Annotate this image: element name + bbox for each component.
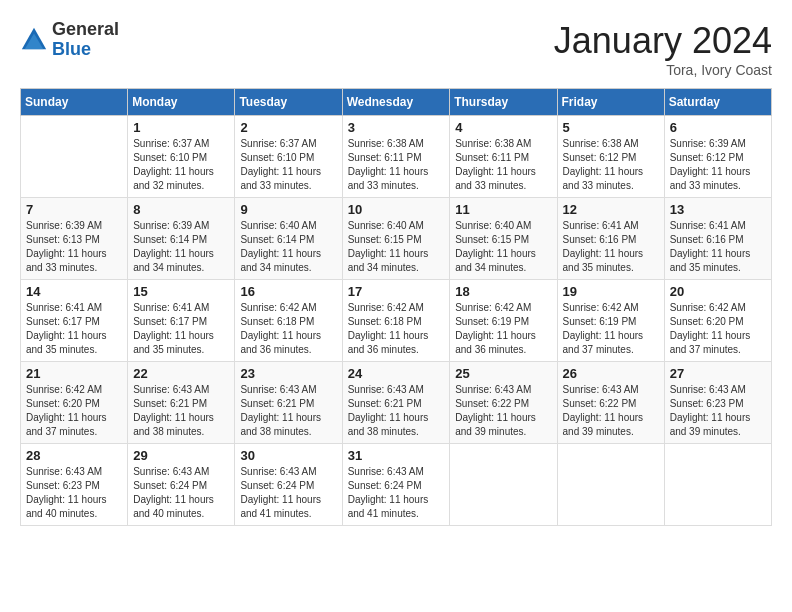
- calendar-week-row: 14Sunrise: 6:41 AMSunset: 6:17 PMDayligh…: [21, 280, 772, 362]
- day-detail: Sunrise: 6:40 AMSunset: 6:15 PMDaylight:…: [455, 219, 551, 275]
- header-sunday: Sunday: [21, 89, 128, 116]
- header-friday: Friday: [557, 89, 664, 116]
- day-detail: Sunrise: 6:38 AMSunset: 6:12 PMDaylight:…: [563, 137, 659, 193]
- day-detail: Sunrise: 6:43 AMSunset: 6:21 PMDaylight:…: [133, 383, 229, 439]
- day-number: 15: [133, 284, 229, 299]
- calendar-day-cell: 4Sunrise: 6:38 AMSunset: 6:11 PMDaylight…: [450, 116, 557, 198]
- day-number: 9: [240, 202, 336, 217]
- day-detail: Sunrise: 6:37 AMSunset: 6:10 PMDaylight:…: [240, 137, 336, 193]
- day-number: 13: [670, 202, 766, 217]
- header-saturday: Saturday: [664, 89, 771, 116]
- day-number: 7: [26, 202, 122, 217]
- day-detail: Sunrise: 6:43 AMSunset: 6:21 PMDaylight:…: [240, 383, 336, 439]
- calendar-day-cell: 18Sunrise: 6:42 AMSunset: 6:19 PMDayligh…: [450, 280, 557, 362]
- day-detail: Sunrise: 6:39 AMSunset: 6:14 PMDaylight:…: [133, 219, 229, 275]
- day-detail: Sunrise: 6:43 AMSunset: 6:22 PMDaylight:…: [563, 383, 659, 439]
- day-number: 24: [348, 366, 445, 381]
- day-detail: Sunrise: 6:40 AMSunset: 6:14 PMDaylight:…: [240, 219, 336, 275]
- day-detail: Sunrise: 6:39 AMSunset: 6:12 PMDaylight:…: [670, 137, 766, 193]
- calendar-day-cell: 30Sunrise: 6:43 AMSunset: 6:24 PMDayligh…: [235, 444, 342, 526]
- day-number: 20: [670, 284, 766, 299]
- day-number: 16: [240, 284, 336, 299]
- logo-text: General Blue: [52, 20, 119, 60]
- day-detail: Sunrise: 6:40 AMSunset: 6:15 PMDaylight:…: [348, 219, 445, 275]
- calendar-day-cell: 31Sunrise: 6:43 AMSunset: 6:24 PMDayligh…: [342, 444, 450, 526]
- calendar-subtitle: Tora, Ivory Coast: [554, 62, 772, 78]
- day-number: 28: [26, 448, 122, 463]
- logo-icon: [20, 26, 48, 54]
- calendar-day-cell: 5Sunrise: 6:38 AMSunset: 6:12 PMDaylight…: [557, 116, 664, 198]
- calendar-day-cell: [450, 444, 557, 526]
- calendar-day-cell: 29Sunrise: 6:43 AMSunset: 6:24 PMDayligh…: [128, 444, 235, 526]
- calendar-day-cell: 28Sunrise: 6:43 AMSunset: 6:23 PMDayligh…: [21, 444, 128, 526]
- calendar-day-cell: 9Sunrise: 6:40 AMSunset: 6:14 PMDaylight…: [235, 198, 342, 280]
- day-number: 30: [240, 448, 336, 463]
- calendar-day-cell: 3Sunrise: 6:38 AMSunset: 6:11 PMDaylight…: [342, 116, 450, 198]
- day-detail: Sunrise: 6:43 AMSunset: 6:22 PMDaylight:…: [455, 383, 551, 439]
- logo-general: General: [52, 20, 119, 40]
- day-detail: Sunrise: 6:42 AMSunset: 6:19 PMDaylight:…: [563, 301, 659, 357]
- day-number: 21: [26, 366, 122, 381]
- calendar-day-cell: 14Sunrise: 6:41 AMSunset: 6:17 PMDayligh…: [21, 280, 128, 362]
- day-number: 19: [563, 284, 659, 299]
- calendar-week-row: 7Sunrise: 6:39 AMSunset: 6:13 PMDaylight…: [21, 198, 772, 280]
- day-number: 31: [348, 448, 445, 463]
- calendar-header-row: Sunday Monday Tuesday Wednesday Thursday…: [21, 89, 772, 116]
- header-thursday: Thursday: [450, 89, 557, 116]
- day-detail: Sunrise: 6:43 AMSunset: 6:24 PMDaylight:…: [133, 465, 229, 521]
- calendar-day-cell: 12Sunrise: 6:41 AMSunset: 6:16 PMDayligh…: [557, 198, 664, 280]
- day-detail: Sunrise: 6:38 AMSunset: 6:11 PMDaylight:…: [348, 137, 445, 193]
- day-number: 25: [455, 366, 551, 381]
- day-number: 26: [563, 366, 659, 381]
- calendar-day-cell: 21Sunrise: 6:42 AMSunset: 6:20 PMDayligh…: [21, 362, 128, 444]
- header-wednesday: Wednesday: [342, 89, 450, 116]
- day-detail: Sunrise: 6:43 AMSunset: 6:23 PMDaylight:…: [670, 383, 766, 439]
- calendar-title: January 2024: [554, 20, 772, 62]
- day-detail: Sunrise: 6:41 AMSunset: 6:16 PMDaylight:…: [563, 219, 659, 275]
- day-detail: Sunrise: 6:39 AMSunset: 6:13 PMDaylight:…: [26, 219, 122, 275]
- day-detail: Sunrise: 6:42 AMSunset: 6:20 PMDaylight:…: [670, 301, 766, 357]
- day-number: 4: [455, 120, 551, 135]
- day-number: 2: [240, 120, 336, 135]
- day-detail: Sunrise: 6:42 AMSunset: 6:19 PMDaylight:…: [455, 301, 551, 357]
- calendar-week-row: 28Sunrise: 6:43 AMSunset: 6:23 PMDayligh…: [21, 444, 772, 526]
- calendar-day-cell: [664, 444, 771, 526]
- calendar-day-cell: [557, 444, 664, 526]
- day-number: 22: [133, 366, 229, 381]
- day-detail: Sunrise: 6:37 AMSunset: 6:10 PMDaylight:…: [133, 137, 229, 193]
- header-monday: Monday: [128, 89, 235, 116]
- calendar-day-cell: 7Sunrise: 6:39 AMSunset: 6:13 PMDaylight…: [21, 198, 128, 280]
- day-number: 18: [455, 284, 551, 299]
- calendar-day-cell: 25Sunrise: 6:43 AMSunset: 6:22 PMDayligh…: [450, 362, 557, 444]
- day-number: 27: [670, 366, 766, 381]
- day-number: 5: [563, 120, 659, 135]
- day-detail: Sunrise: 6:43 AMSunset: 6:24 PMDaylight:…: [348, 465, 445, 521]
- calendar-day-cell: 2Sunrise: 6:37 AMSunset: 6:10 PMDaylight…: [235, 116, 342, 198]
- calendar-day-cell: 19Sunrise: 6:42 AMSunset: 6:19 PMDayligh…: [557, 280, 664, 362]
- calendar-table: Sunday Monday Tuesday Wednesday Thursday…: [20, 88, 772, 526]
- day-number: 12: [563, 202, 659, 217]
- logo-blue: Blue: [52, 40, 119, 60]
- day-detail: Sunrise: 6:38 AMSunset: 6:11 PMDaylight:…: [455, 137, 551, 193]
- day-detail: Sunrise: 6:41 AMSunset: 6:17 PMDaylight:…: [133, 301, 229, 357]
- day-detail: Sunrise: 6:43 AMSunset: 6:24 PMDaylight:…: [240, 465, 336, 521]
- logo: General Blue: [20, 20, 119, 60]
- calendar-week-row: 1Sunrise: 6:37 AMSunset: 6:10 PMDaylight…: [21, 116, 772, 198]
- day-detail: Sunrise: 6:43 AMSunset: 6:21 PMDaylight:…: [348, 383, 445, 439]
- calendar-day-cell: 15Sunrise: 6:41 AMSunset: 6:17 PMDayligh…: [128, 280, 235, 362]
- day-detail: Sunrise: 6:42 AMSunset: 6:18 PMDaylight:…: [348, 301, 445, 357]
- calendar-day-cell: 23Sunrise: 6:43 AMSunset: 6:21 PMDayligh…: [235, 362, 342, 444]
- day-number: 1: [133, 120, 229, 135]
- day-number: 11: [455, 202, 551, 217]
- calendar-day-cell: 8Sunrise: 6:39 AMSunset: 6:14 PMDaylight…: [128, 198, 235, 280]
- calendar-day-cell: 27Sunrise: 6:43 AMSunset: 6:23 PMDayligh…: [664, 362, 771, 444]
- day-number: 3: [348, 120, 445, 135]
- calendar-day-cell: 1Sunrise: 6:37 AMSunset: 6:10 PMDaylight…: [128, 116, 235, 198]
- calendar-day-cell: 24Sunrise: 6:43 AMSunset: 6:21 PMDayligh…: [342, 362, 450, 444]
- day-number: 6: [670, 120, 766, 135]
- calendar-day-cell: 10Sunrise: 6:40 AMSunset: 6:15 PMDayligh…: [342, 198, 450, 280]
- day-number: 8: [133, 202, 229, 217]
- calendar-day-cell: 17Sunrise: 6:42 AMSunset: 6:18 PMDayligh…: [342, 280, 450, 362]
- day-detail: Sunrise: 6:41 AMSunset: 6:17 PMDaylight:…: [26, 301, 122, 357]
- day-detail: Sunrise: 6:42 AMSunset: 6:20 PMDaylight:…: [26, 383, 122, 439]
